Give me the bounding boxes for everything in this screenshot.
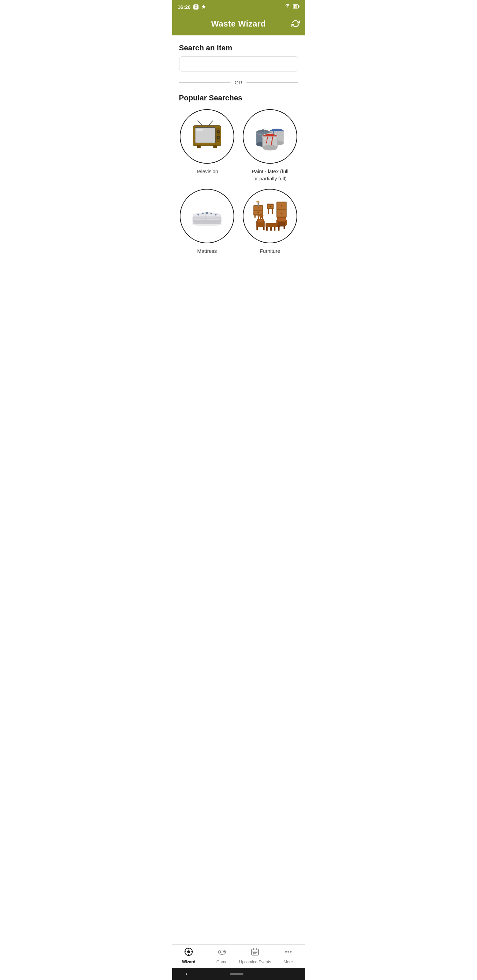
popular-item-furniture[interactable]: Furniture bbox=[242, 189, 298, 255]
svg-rect-62 bbox=[258, 202, 259, 207]
divider-line-right bbox=[247, 82, 298, 83]
svg-marker-63 bbox=[256, 201, 260, 202]
popular-item-mattress[interactable]: Mattress bbox=[179, 189, 235, 255]
television-label: Television bbox=[196, 168, 218, 175]
wifi-icon bbox=[285, 4, 291, 10]
svg-rect-80 bbox=[277, 218, 286, 222]
svg-rect-16 bbox=[213, 145, 217, 148]
svg-rect-73 bbox=[266, 227, 268, 231]
status-bar: 16:26 P ★ ⚡ bbox=[172, 0, 305, 14]
divider-line-left bbox=[179, 82, 231, 83]
svg-rect-37 bbox=[193, 218, 222, 218]
paint-label: Paint - latex (fullor partially full) bbox=[252, 168, 289, 182]
app-header: Waste Wizard bbox=[172, 14, 305, 35]
svg-point-42 bbox=[215, 214, 217, 215]
popular-searches-section: Popular Searches bbox=[179, 94, 298, 255]
svg-point-54 bbox=[281, 213, 282, 214]
svg-rect-59 bbox=[272, 209, 273, 214]
paint-image bbox=[251, 118, 289, 155]
or-divider: OR bbox=[179, 80, 298, 86]
paint-circle bbox=[243, 109, 297, 164]
popular-item-paint[interactable]: Paint - latex (fullor partially full) bbox=[242, 109, 298, 182]
mattress-label: Mattress bbox=[197, 247, 217, 255]
svg-point-39 bbox=[202, 213, 204, 215]
svg-rect-15 bbox=[197, 145, 201, 148]
svg-point-41 bbox=[211, 213, 212, 215]
popular-grid: Television bbox=[179, 109, 298, 255]
or-text: OR bbox=[235, 80, 242, 86]
svg-point-53 bbox=[281, 205, 282, 206]
svg-rect-81 bbox=[278, 226, 279, 229]
svg-rect-71 bbox=[257, 215, 264, 216]
svg-point-12 bbox=[217, 131, 219, 132]
popular-item-television[interactable]: Television bbox=[179, 109, 235, 182]
status-time: 16:26 bbox=[178, 4, 191, 10]
svg-point-61 bbox=[270, 206, 271, 207]
mattress-circle bbox=[180, 189, 234, 243]
svg-rect-75 bbox=[274, 227, 276, 231]
popular-searches-label: Popular Searches bbox=[179, 94, 298, 102]
furniture-label: Furniture bbox=[260, 247, 280, 255]
svg-point-40 bbox=[206, 212, 208, 214]
app-title: Waste Wizard bbox=[211, 19, 266, 29]
svg-point-28 bbox=[263, 145, 278, 151]
svg-rect-65 bbox=[257, 219, 264, 222]
svg-rect-77 bbox=[277, 221, 286, 226]
svg-point-38 bbox=[198, 214, 199, 215]
search-wrapper bbox=[179, 56, 298, 72]
svg-rect-48 bbox=[254, 215, 255, 218]
television-circle bbox=[180, 109, 234, 164]
svg-rect-66 bbox=[256, 227, 258, 231]
svg-rect-67 bbox=[263, 227, 265, 231]
battery-icon: ⚡ bbox=[293, 4, 300, 10]
svg-rect-1 bbox=[298, 5, 300, 8]
svg-line-18 bbox=[209, 121, 213, 126]
parking-icon: P bbox=[193, 5, 198, 10]
refresh-button[interactable] bbox=[292, 20, 300, 30]
search-section: Search an item bbox=[179, 43, 298, 72]
main-content: Search an item OR Popular Searches bbox=[172, 35, 305, 263]
furniture-circle bbox=[243, 189, 297, 243]
status-left: 16:26 P ★ bbox=[178, 4, 206, 10]
star-icon: ★ bbox=[201, 4, 206, 10]
svg-rect-74 bbox=[270, 227, 272, 231]
television-image bbox=[188, 118, 226, 155]
furniture-image bbox=[251, 197, 289, 235]
search-input[interactable] bbox=[179, 56, 298, 72]
svg-point-47 bbox=[258, 212, 259, 213]
mattress-image bbox=[188, 197, 226, 235]
svg-rect-9 bbox=[196, 129, 203, 131]
search-label: Search an item bbox=[179, 43, 298, 52]
svg-line-17 bbox=[198, 121, 203, 126]
svg-rect-58 bbox=[268, 209, 269, 214]
svg-point-14 bbox=[217, 137, 219, 138]
svg-text:⚡: ⚡ bbox=[294, 5, 297, 8]
status-right: ⚡ bbox=[285, 4, 300, 10]
svg-point-46 bbox=[258, 207, 259, 208]
svg-rect-82 bbox=[284, 226, 285, 229]
